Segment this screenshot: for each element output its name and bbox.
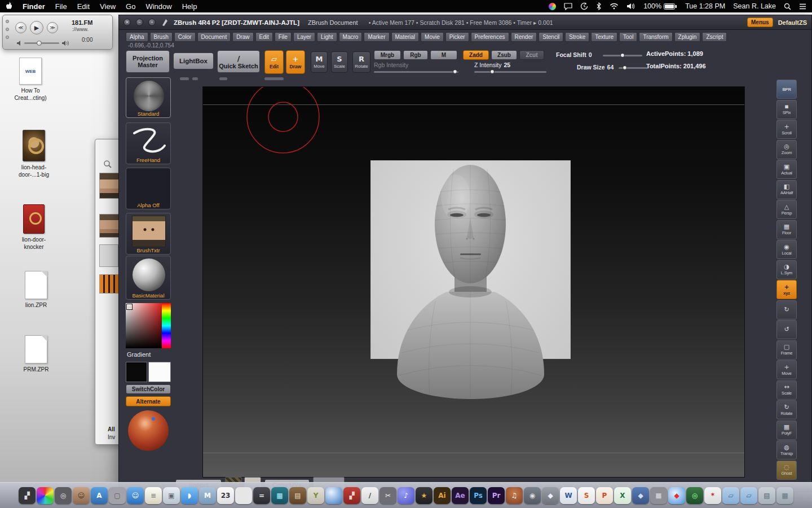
draw-size-slider[interactable] bbox=[619, 67, 648, 69]
zbrush-menu-item[interactable]: Zplugin bbox=[674, 32, 701, 42]
dock-icon-folder-1[interactable]: ▱ bbox=[722, 487, 739, 504]
right-shelf-button[interactable]: ◎ Zoom bbox=[776, 140, 797, 159]
alternate-button[interactable]: Alternate bbox=[126, 396, 171, 406]
dock-icon-word[interactable]: W bbox=[560, 487, 577, 504]
dock-icon-finder[interactable]: ☺ bbox=[127, 487, 144, 504]
zbrush-menu-item[interactable]: Render bbox=[511, 32, 537, 42]
dock-icon-app-a[interactable]: A bbox=[91, 487, 108, 504]
zcut-button[interactable]: Zcut bbox=[519, 50, 544, 60]
color-preview-sphere[interactable] bbox=[128, 410, 169, 451]
volume-icon[interactable] bbox=[626, 3, 636, 10]
zbrush-menu-item[interactable]: Marker bbox=[364, 32, 389, 42]
dock-icon-itunes[interactable]: ♪ bbox=[398, 487, 414, 504]
canvas-scrollbar-segment[interactable] bbox=[180, 77, 189, 80]
close-button[interactable]: ✕ bbox=[123, 19, 131, 26]
dock-icon-after-effects[interactable]: Ae bbox=[452, 487, 469, 504]
right-shelf-button[interactable]: ▪ SPix bbox=[776, 100, 797, 119]
dock-icon-pinwheel[interactable]: * bbox=[704, 487, 721, 504]
zoom-button[interactable]: + bbox=[148, 19, 156, 26]
dock-icon-safari[interactable]: ◆ bbox=[668, 487, 685, 504]
desktop-icon-lion-head[interactable]: lion-head- door-...1-big bbox=[8, 130, 60, 178]
menubar-item[interactable]: Edit bbox=[77, 2, 90, 11]
bluetooth-icon[interactable] bbox=[596, 2, 602, 10]
rgb-intensity-knob[interactable] bbox=[453, 69, 457, 74]
dock-icon-notes[interactable]: ≡ bbox=[145, 487, 162, 504]
minimize-button[interactable]: − bbox=[136, 19, 143, 26]
draw-mode-button[interactable]: +Draw bbox=[286, 50, 305, 74]
search-icon[interactable] bbox=[103, 160, 112, 169]
right-shelf-button[interactable]: + Move bbox=[776, 360, 797, 379]
zadd-button[interactable]: Zadd bbox=[463, 50, 489, 60]
right-shelf-button[interactable]: △ Persp bbox=[776, 200, 797, 219]
sculpted-bust-model[interactable] bbox=[390, 161, 551, 401]
canvas-scrollbar-segment[interactable] bbox=[219, 77, 227, 80]
dock-icon-s-app[interactable]: S bbox=[578, 487, 595, 504]
time-machine-icon[interactable] bbox=[580, 2, 588, 10]
dock-icon-crystal[interactable]: ◆ bbox=[542, 487, 559, 504]
right-shelf-button[interactable]: ↻ Rotate bbox=[776, 400, 797, 419]
right-shelf-button[interactable]: ◍ Transp bbox=[776, 440, 797, 459]
dock-icon-red-app[interactable]: ▞ bbox=[343, 487, 360, 504]
z-intensity-slider[interactable] bbox=[474, 71, 546, 73]
volume-slider[interactable] bbox=[24, 42, 59, 44]
right-shelf-button[interactable]: ↔ Scale bbox=[776, 380, 797, 400]
finder-thumb-face[interactable] bbox=[99, 214, 121, 238]
color-wheel-icon[interactable] bbox=[549, 3, 556, 10]
rgb-intensity-slider[interactable] bbox=[374, 71, 458, 73]
play-button[interactable]: ▶ bbox=[30, 21, 43, 34]
wifi-icon[interactable] bbox=[610, 3, 619, 10]
right-shelf-button[interactable]: ▦ PolyF bbox=[776, 421, 797, 440]
z-intensity-knob[interactable] bbox=[490, 69, 495, 74]
zbrush-menu-item[interactable]: Light bbox=[317, 32, 337, 42]
desktop-icon-lion-door[interactable]: lion-door- knocker bbox=[8, 204, 60, 251]
dock-icon-calendar[interactable]: 23 bbox=[217, 487, 234, 504]
rgb-button[interactable]: Rgb bbox=[403, 50, 428, 60]
menubar-item[interactable]: File bbox=[55, 2, 67, 11]
focal-shift-slider[interactable] bbox=[603, 55, 642, 56]
dock-icon-radar[interactable]: ◎ bbox=[686, 487, 703, 504]
quick-sketch-button[interactable]: /Quick Sketch bbox=[217, 50, 260, 73]
mrgb-button[interactable]: Mrgb bbox=[374, 50, 401, 60]
current-alpha-tile[interactable]: Alpha Off bbox=[126, 168, 171, 209]
projection-master-button[interactable]: Projection Master bbox=[126, 50, 170, 73]
main-color-swatch[interactable] bbox=[126, 362, 147, 382]
zbrush-menu-item[interactable]: Tool bbox=[619, 32, 637, 42]
zsub-button[interactable]: Zsub bbox=[491, 50, 517, 60]
lightbox-button[interactable]: LightBox bbox=[173, 52, 214, 69]
dock-icon-grid-app[interactable]: ▦ bbox=[271, 487, 288, 504]
dock-icon-stack[interactable]: ▤ bbox=[758, 487, 775, 504]
zbrush-titlebar[interactable]: ✕ − + ZBrush 4R4 P2 [ZRDT-ZMWT-AINJ-AJTL… bbox=[119, 15, 811, 30]
hue-strip[interactable] bbox=[162, 303, 171, 348]
menubar-item[interactable]: Window bbox=[145, 2, 171, 11]
zbrush-menu-item[interactable]: File bbox=[275, 32, 292, 42]
current-brush-tile[interactable]: Standard bbox=[126, 77, 171, 118]
window-dot[interactable] bbox=[6, 28, 9, 31]
zbrush-menu-item[interactable]: Zscript bbox=[702, 32, 727, 42]
zbrush-menu-item[interactable]: Texture bbox=[591, 32, 617, 42]
right-shelf-button[interactable]: ↺ bbox=[776, 320, 797, 339]
move-mode-button[interactable]: MMove bbox=[311, 51, 328, 73]
scale-mode-button[interactable]: SScale bbox=[331, 51, 348, 73]
dock-icon-powerpoint[interactable]: P bbox=[596, 487, 613, 504]
menubar-clock[interactable]: Tue 1:28 PM bbox=[685, 2, 725, 10]
zbrush-menu-item[interactable]: Stencil bbox=[539, 32, 563, 42]
zbrush-canvas[interactable] bbox=[202, 86, 745, 478]
dock-icon-scissors[interactable]: ✂ bbox=[379, 487, 396, 504]
dock-icon-calculator[interactable]: = bbox=[253, 487, 270, 504]
dock-icon-premiere[interactable]: Pr bbox=[488, 487, 505, 504]
current-stroke-tile[interactable]: FreeHand bbox=[126, 122, 171, 164]
menubar-item[interactable]: Help bbox=[182, 2, 197, 11]
dock-icon-gray-app[interactable]: ▢ bbox=[109, 487, 126, 504]
spotlight-icon[interactable] bbox=[784, 3, 791, 10]
zbrush-menu-item[interactable]: Color bbox=[174, 32, 196, 42]
dock-icon-camera-2[interactable]: ◉ bbox=[524, 487, 541, 504]
right-shelf-button[interactable]: ◉ Local bbox=[776, 240, 797, 259]
right-shelf-button[interactable]: ▢ Frame bbox=[776, 340, 797, 360]
zbrush-menu-item[interactable]: Picker bbox=[445, 32, 469, 42]
current-material-tile[interactable]: BasicMaterial bbox=[126, 256, 171, 300]
dock-icon-portrait[interactable]: ☺ bbox=[73, 487, 90, 504]
zbrush-menu-item[interactable]: Alpha bbox=[126, 32, 148, 42]
canvas-scrollbar-segment[interactable] bbox=[192, 77, 198, 80]
zbrush-menu-item[interactable]: Movie bbox=[421, 32, 444, 42]
zbrush-menu-item[interactable]: Stroke bbox=[565, 32, 589, 42]
